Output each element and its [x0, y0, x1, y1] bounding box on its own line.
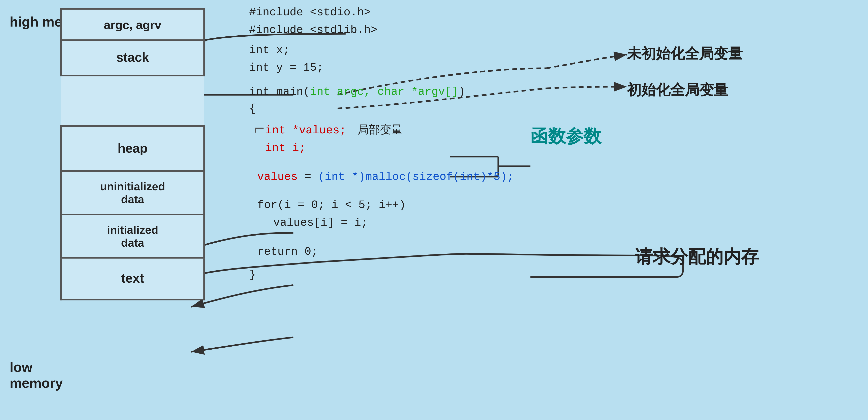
include-lines: #include <stdio.h> #include <stdlib.h> — [249, 4, 514, 39]
segment-heap: heap — [61, 126, 204, 171]
segment-uninit: uninitializeddata — [61, 171, 204, 215]
global-vars: int x; int y = 15; — [249, 42, 514, 77]
uninit-global-label: 未初始化全局变量 — [627, 44, 743, 64]
func-params-label: 函数参数 — [530, 125, 601, 149]
dashed-top — [61, 75, 204, 79]
main-signature: int main(int argc, char *argv[]) — [249, 83, 514, 101]
segment-text: text — [61, 258, 204, 300]
close-brace: } — [249, 267, 514, 284]
code-block: #include <stdio.h> #include <stdlib.h> i… — [249, 4, 514, 284]
segment-argc: argc, agrv — [61, 9, 204, 40]
local-vars-block: ⌐ int *values; 局部变量 int i; — [265, 121, 514, 157]
init-global-label: 初始化全局变量 — [627, 80, 728, 100]
segment-init: initializeddata — [61, 215, 204, 258]
open-brace: { — [249, 101, 514, 118]
for-loop: for(i = 0; i < 5; i++) values[i] = i; — [257, 197, 514, 232]
malloc-line: values = (int *)malloc(sizeof(int)*5); — [257, 168, 514, 186]
main-container: high memory lowmemory argc, agrv stack h… — [0, 0, 868, 419]
alloc-mem-label: 请求分配的内存 — [635, 245, 759, 269]
memory-table: argc, agrv stack heap uninitializeddata … — [60, 8, 205, 300]
arrow-space — [61, 79, 204, 123]
low-memory-label: lowmemory — [10, 360, 63, 393]
return-statement: return 0; — [257, 243, 514, 260]
segment-stack: stack — [61, 40, 204, 76]
dashed-bottom — [61, 123, 204, 126]
